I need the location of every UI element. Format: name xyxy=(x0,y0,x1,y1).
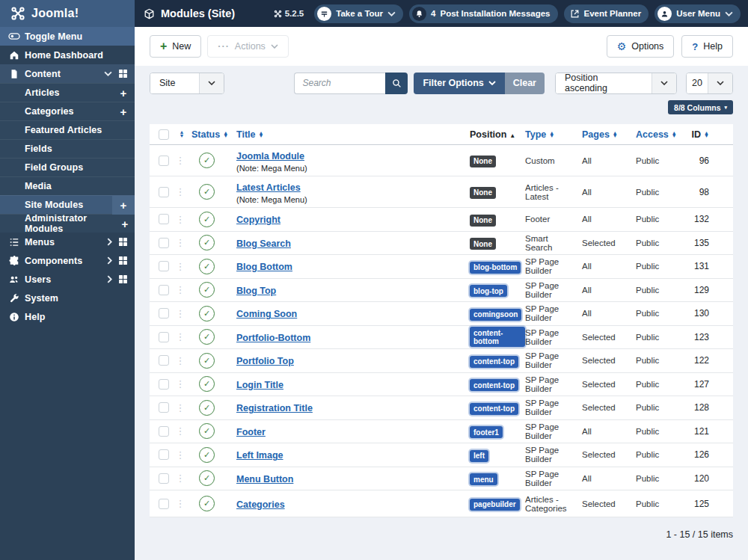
joomla-logo[interactable]: Joomla! xyxy=(0,0,135,27)
drag-handle-icon[interactable]: ⋮ xyxy=(169,214,191,225)
ordering-sort-header[interactable]: ▲▼ xyxy=(169,131,191,138)
row-checkbox[interactable] xyxy=(159,449,169,460)
row-checkbox[interactable] xyxy=(159,187,169,197)
help-button[interactable]: ? Help xyxy=(681,35,733,58)
status-published-icon[interactable]: ✓ xyxy=(199,470,215,486)
module-title-link[interactable]: Blog Bottom xyxy=(236,262,292,272)
sidebar-item-field-groups[interactable]: Field Groups xyxy=(0,158,135,176)
module-title-link[interactable]: Blog Search xyxy=(236,239,291,249)
row-checkbox[interactable] xyxy=(159,332,169,342)
position-badge[interactable]: pagebuilder xyxy=(470,499,520,511)
row-checkbox[interactable] xyxy=(159,214,169,224)
position-badge[interactable]: footer1 xyxy=(470,426,503,438)
drag-handle-icon[interactable]: ⋮ xyxy=(169,355,191,366)
position-badge[interactable]: blog-bottom xyxy=(470,262,521,274)
status-header[interactable]: Status▲▼ xyxy=(191,129,236,140)
row-checkbox[interactable] xyxy=(159,238,169,248)
drag-handle-icon[interactable]: ⋮ xyxy=(169,237,191,248)
module-title-link[interactable]: Login Title xyxy=(236,380,283,390)
select-all-checkbox[interactable] xyxy=(159,129,169,140)
plus-icon[interactable]: + xyxy=(112,84,135,102)
search-button[interactable] xyxy=(385,73,408,94)
type-header[interactable]: Type▲▼ xyxy=(525,129,582,140)
module-title-link[interactable]: Blog Top xyxy=(236,286,276,296)
post-installation-messages-button[interactable]: 4Post Installation Messages xyxy=(409,4,557,23)
grid-icon[interactable] xyxy=(118,237,128,247)
grid-icon[interactable] xyxy=(118,274,128,284)
sidebar-item-fields[interactable]: Fields xyxy=(0,139,135,158)
drag-handle-icon[interactable]: ⋮ xyxy=(169,378,191,390)
drag-handle-icon[interactable]: ⋮ xyxy=(169,186,191,197)
drag-handle-icon[interactable]: ⋮ xyxy=(169,261,191,272)
module-title-link[interactable]: Categories xyxy=(236,499,285,510)
status-published-icon[interactable]: ✓ xyxy=(199,353,215,369)
options-button[interactable]: ⚙ Options xyxy=(607,35,675,58)
sidebar-item-menus[interactable]: Menus xyxy=(0,233,135,251)
drag-handle-icon[interactable]: ⋮ xyxy=(169,155,191,166)
drag-handle-icon[interactable]: ⋮ xyxy=(169,498,191,509)
sort-select[interactable]: Position ascending xyxy=(555,73,677,94)
status-published-icon[interactable]: ✓ xyxy=(199,376,215,392)
drag-handle-icon[interactable]: ⋮ xyxy=(169,425,191,437)
status-published-icon[interactable]: ✓ xyxy=(199,496,215,511)
event-planner-button[interactable]: Event Planner xyxy=(564,4,649,23)
plus-icon[interactable]: + xyxy=(112,196,135,215)
position-badge[interactable]: left xyxy=(470,450,488,462)
version-indicator[interactable]: 5.2.5 xyxy=(274,9,304,18)
sidebar-item-components[interactable]: Components xyxy=(0,251,135,270)
position-badge[interactable]: None xyxy=(470,238,496,250)
module-title-link[interactable]: Latest Articles xyxy=(236,182,301,193)
module-title-link[interactable]: Copyright xyxy=(236,215,280,225)
sidebar-item-users[interactable]: Users xyxy=(0,270,135,289)
clear-button[interactable]: Clear xyxy=(505,73,545,94)
module-title-link[interactable]: Menu Button xyxy=(236,474,293,484)
position-badge[interactable]: None xyxy=(470,187,496,199)
row-checkbox[interactable] xyxy=(159,261,169,271)
row-checkbox[interactable] xyxy=(159,308,169,319)
status-published-icon[interactable]: ✓ xyxy=(199,153,215,168)
row-checkbox[interactable] xyxy=(159,285,169,295)
actions-button[interactable]: ··· Actions xyxy=(207,35,289,58)
sidebar-item-featured-articles[interactable]: Featured Articles xyxy=(0,120,135,139)
status-published-icon[interactable]: ✓ xyxy=(199,423,215,439)
sidebar-item-site-modules[interactable]: Site Modules + xyxy=(0,195,135,214)
title-header[interactable]: Title▲▼ xyxy=(236,129,470,140)
status-published-icon[interactable]: ✓ xyxy=(199,447,215,463)
sidebar-item-categories[interactable]: Categories + xyxy=(0,102,135,120)
position-badge[interactable]: content-bottom xyxy=(470,327,525,347)
module-title-link[interactable]: Registration Title xyxy=(236,403,313,413)
grid-icon[interactable] xyxy=(118,69,128,79)
plus-icon[interactable]: + xyxy=(115,215,135,233)
status-published-icon[interactable]: ✓ xyxy=(199,400,215,416)
position-header[interactable]: Position▲ xyxy=(470,129,525,140)
position-badge[interactable]: comingsoon xyxy=(470,309,521,321)
id-header[interactable]: ID▲▼ xyxy=(690,129,720,140)
module-title-link[interactable]: Left Image xyxy=(236,450,283,461)
module-title-link[interactable]: Portfolio-Bottom xyxy=(236,333,310,343)
position-badge[interactable]: content-top xyxy=(470,356,518,368)
drag-handle-icon[interactable]: ⋮ xyxy=(169,449,191,461)
drag-handle-icon[interactable]: ⋮ xyxy=(169,331,191,342)
sidebar-item-help[interactable]: Help xyxy=(0,307,135,326)
columns-toggle-button[interactable]: 8/8 Columns ▾ xyxy=(668,100,733,114)
sidebar-item-administrator-modules[interactable]: Administrator Modules + xyxy=(0,214,135,233)
row-checkbox[interactable] xyxy=(159,355,169,366)
drag-handle-icon[interactable]: ⋮ xyxy=(169,308,191,319)
position-badge[interactable]: content-top xyxy=(470,379,518,391)
take-a-tour-button[interactable]: Take a Tour xyxy=(314,4,403,23)
row-checkbox[interactable] xyxy=(159,426,169,437)
sidebar-item-media[interactable]: Media xyxy=(0,176,135,195)
filter-options-button[interactable]: Filter Options xyxy=(414,73,504,94)
sidebar-item-home-dashboard[interactable]: Home Dashboard xyxy=(0,46,135,64)
pages-header[interactable]: Pages▲▼ xyxy=(582,129,636,140)
access-header[interactable]: Access▲▼ xyxy=(636,129,690,140)
toggle-menu-button[interactable]: Toggle Menu xyxy=(0,27,135,46)
client-select[interactable]: Site xyxy=(150,73,224,94)
module-title-link[interactable]: Joomla Module xyxy=(236,151,304,161)
drag-handle-icon[interactable]: ⋮ xyxy=(169,284,191,295)
status-published-icon[interactable]: ✓ xyxy=(199,259,215,274)
module-title-link[interactable]: Coming Soon xyxy=(236,309,297,319)
sidebar-item-system[interactable]: System xyxy=(0,289,135,307)
position-badge[interactable]: None xyxy=(470,156,496,167)
user-menu-button[interactable]: User Menu xyxy=(654,4,741,23)
